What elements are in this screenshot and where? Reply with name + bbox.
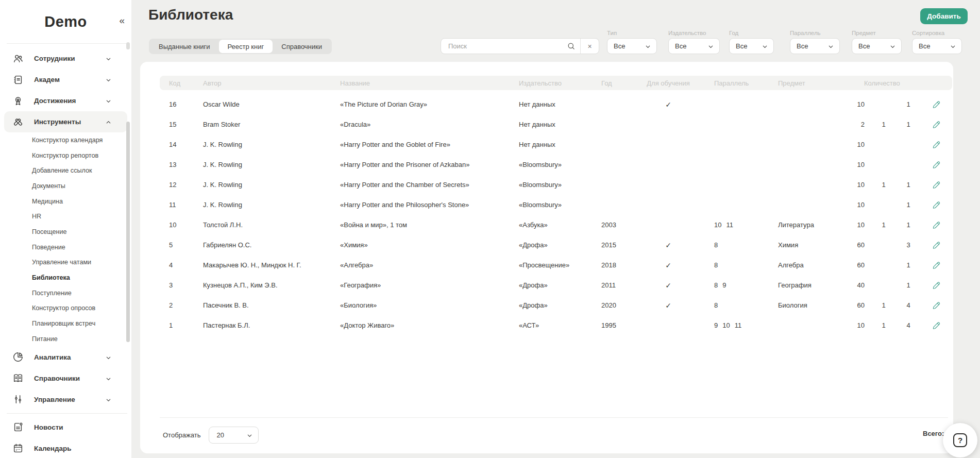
tab-directories[interactable]: Справочники [273, 40, 331, 53]
sidebar-subitem[interactable]: Конструктор репортов [0, 148, 131, 163]
header-publisher: Издательство [519, 79, 601, 87]
sidebar-subitem[interactable]: Добавление ссылок [0, 163, 131, 178]
cell-for-study: ✓ [646, 241, 691, 249]
parallel-value: 9 [722, 281, 726, 289]
edit-pencil-icon[interactable] [931, 200, 941, 210]
cell-issued: 1 [871, 321, 897, 329]
filter-label: Издательство [668, 30, 720, 36]
sidebar-subitem[interactable]: HR [0, 209, 131, 224]
sidebar-subitem[interactable]: Питание [0, 331, 131, 347]
edit-pencil-icon[interactable] [931, 140, 941, 150]
header-subject: Предмет [778, 79, 845, 87]
sidebar-item-achievements[interactable]: Достижения [4, 90, 127, 111]
cell-publisher: «АСТ» [519, 321, 601, 329]
table-row[interactable]: 14 J. K. Rowling «Harry Potter and the G… [160, 134, 952, 155]
sidebar-subitem[interactable]: Документы [0, 178, 131, 194]
table-row[interactable]: 11 J. K. Rowling «Harry Potter and the P… [160, 195, 952, 215]
table-row[interactable]: 4 Макарычев Ю. Н., Миндюк Н. Г. «Алгебра… [160, 255, 952, 275]
sidebar-subitem[interactable]: Медицина [0, 194, 131, 209]
sidebar-subitem[interactable]: Конструктор опросов [0, 301, 131, 316]
table-row[interactable]: 12 J. K. Rowling «Harry Potter and the C… [160, 175, 952, 195]
chevron-down-icon [105, 76, 112, 83]
sidebar-scrollbar-cap[interactable] [126, 42, 130, 49]
sidebar-subitem[interactable]: Посещение [0, 224, 131, 240]
sidebar-subitem[interactable]: Поведение [0, 240, 131, 255]
sidebar-subitem[interactable]: Управление чатами [0, 255, 131, 270]
cell-publisher: «Дрофа» [519, 301, 601, 309]
table-row[interactable]: 1 Пастернак Б.Л. «Доктор Живаго» «АСТ» 1… [160, 315, 952, 335]
table-row[interactable]: 10 Толстой Л.Н. «Война и мир», 1 том «Аз… [160, 215, 952, 235]
sidebar-subitem[interactable]: Планировщик встреч [0, 316, 131, 331]
sidebar-item-academ[interactable]: Академ [4, 69, 127, 90]
table-row[interactable]: 5 Габриелян О.С. «Химия» «Дрофа» 2015 ✓ … [160, 235, 952, 255]
edit-pencil-icon[interactable] [931, 120, 941, 130]
cell-code: 2 [160, 301, 203, 309]
filter-select[interactable]: Все [852, 38, 902, 54]
sidebar-collapse-icon[interactable]: « [119, 15, 125, 25]
parallel-value: 10 [714, 221, 721, 229]
chevron-down-icon [762, 43, 768, 49]
sidebar-item-label: Новости [34, 423, 63, 431]
table-row[interactable]: 2 Пасечник В. В. «Биология» «Дрофа» 2020… [160, 295, 952, 315]
cell-extra: 1 [897, 281, 920, 289]
pagination-row: Отображать 20 [163, 426, 259, 444]
filter-Тип: ТипВсе [607, 30, 657, 54]
edit-pencil-icon[interactable] [931, 280, 941, 291]
help-button[interactable]: ? [943, 423, 977, 457]
cell-for-study: ✓ [646, 100, 691, 109]
edit-pencil-icon[interactable] [931, 160, 941, 170]
cell-quantity: 60 [845, 261, 871, 269]
search-clear-icon[interactable]: × [581, 38, 599, 54]
sidebar-section-divider [7, 413, 127, 414]
filter-label: Сортировка [912, 30, 962, 36]
sidebar-scrollbar[interactable] [126, 122, 130, 342]
tab-issued-books[interactable]: Выданные книги [150, 40, 219, 53]
table-row[interactable]: 16 Oscar Wilde «The Picture of Dorian Gr… [160, 94, 952, 114]
filter-select[interactable]: Все [607, 38, 657, 54]
filter-select[interactable]: Все [912, 38, 962, 54]
cell-title: «Доктор Живаго» [340, 321, 519, 329]
table-row[interactable]: 3 Кузнецов А.П., Ким Э.В. «География» «Д… [160, 275, 952, 295]
cell-quantity: 40 [845, 281, 871, 289]
edit-pencil-icon[interactable] [931, 220, 941, 230]
sidebar-item-label: Справочники [34, 375, 80, 382]
sidebar-subitem[interactable]: Поступление [0, 285, 131, 301]
cell-year: 1995 [601, 321, 646, 329]
cell-extra: 1 [897, 100, 920, 108]
sidebar-item-users[interactable]: Сотрудники [4, 48, 127, 69]
search-input[interactable] [441, 42, 567, 50]
edit-pencil-icon[interactable] [931, 99, 941, 110]
table-row[interactable]: 15 Bram Stoker «Dracula» Нет данных 2 1 … [160, 114, 952, 134]
sidebar-item-news[interactable]: Новости [4, 417, 127, 438]
edit-pencil-icon[interactable] [931, 320, 941, 331]
edit-pencil-icon[interactable] [931, 300, 941, 311]
sidebar-item-label: Календарь [34, 445, 72, 452]
sidebar-item-label: Академ [34, 76, 60, 83]
sidebar-subitem[interactable]: Библиотека [0, 270, 131, 285]
filter-label: Параллель [790, 30, 840, 36]
edit-pencil-icon[interactable] [931, 260, 941, 270]
edit-pencil-icon[interactable] [931, 240, 941, 250]
cell-publisher: «Просвещение» [519, 261, 601, 269]
sidebar-item-tools[interactable]: Инструменты [4, 111, 127, 132]
cell-extra: 3 [897, 241, 920, 249]
cell-quantity: 60 [845, 241, 871, 249]
sidebar-item-calendar[interactable]: Календарь [4, 438, 127, 458]
sidebar-item-sliders[interactable]: Управление [4, 389, 127, 410]
sidebar-item-books[interactable]: Справочники [4, 368, 127, 389]
users-icon [12, 53, 24, 64]
edit-pencil-icon[interactable] [931, 180, 941, 190]
sidebar-item-label: Сотрудники [34, 55, 75, 62]
filter-value: Все [858, 42, 889, 50]
tab-book-registry[interactable]: Реестр книг [219, 40, 273, 53]
filter-select[interactable]: Все [668, 38, 720, 54]
filter-select[interactable]: Все [729, 38, 774, 54]
sidebar-subitem[interactable]: Конструктор календаря [0, 132, 131, 148]
tab-bar: Выданные книги Реестр книг Справочники [149, 39, 332, 54]
filter-select[interactable]: Все [790, 38, 840, 54]
page-size-select[interactable]: 20 [209, 427, 259, 444]
table-row[interactable]: 13 J. K. Rowling «Harry Potter and the P… [160, 155, 952, 175]
sidebar-item-analytics[interactable]: Аналитика [4, 347, 127, 368]
cell-title: «Биология» [340, 301, 519, 309]
add-button[interactable]: Добавить [920, 8, 968, 24]
